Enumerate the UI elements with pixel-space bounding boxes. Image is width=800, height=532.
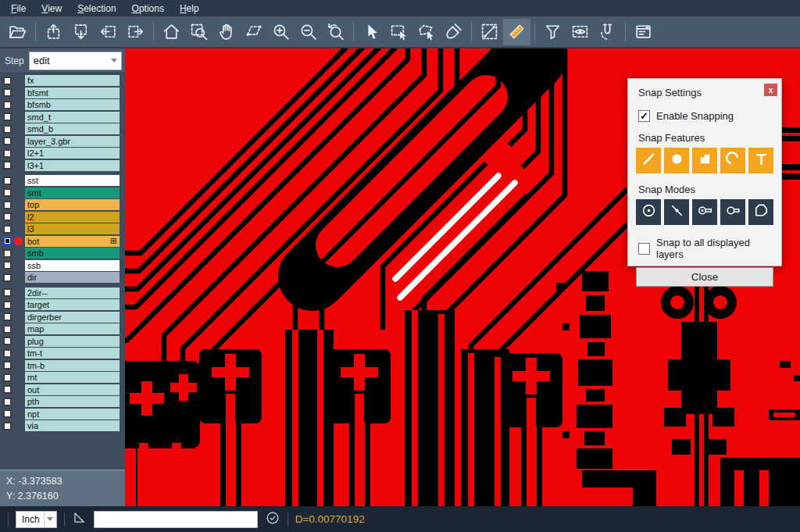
layer-checkbox[interactable] [3,249,12,258]
angle-icon[interactable] [72,510,87,528]
layer-row-via[interactable]: via [0,420,125,431]
layer-label[interactable]: map [25,323,120,334]
snap-button[interactable] [594,19,621,45]
layer-label[interactable]: l2 [25,212,120,223]
menu-view[interactable]: View [34,1,70,16]
view-options-button[interactable] [566,19,594,45]
layer-row-layer_3.gbr[interactable]: layer_3.gbr [0,136,125,147]
layer-label[interactable]: pth [25,396,120,407]
brush-button[interactable] [440,19,467,45]
layer-row-bfsmb[interactable]: bfsmb [0,99,125,110]
layer-label[interactable]: l2+1 [25,148,120,159]
zoom-polygon-button[interactable] [240,19,267,45]
layer-row-smd_t[interactable]: smd_t [0,112,125,123]
layer-checkbox[interactable] [3,212,12,221]
command-input[interactable] [94,511,258,528]
snap-all-layers-checkbox[interactable] [638,243,650,255]
unit-select[interactable]: Inch [16,511,57,528]
grid-icon[interactable]: ⊞ [110,237,117,245]
layer-label[interactable]: tm-t [25,348,120,359]
layer-label[interactable]: dirgerber [25,312,120,323]
layer-label[interactable]: layer_3.gbr [25,136,120,147]
select-rectangle-button[interactable] [385,19,412,45]
pan-right-button[interactable] [122,19,149,45]
layer-row-dir[interactable]: dir [0,272,125,283]
layer-label[interactable]: bfsmb [25,99,120,110]
layer-label[interactable]: top [25,199,120,210]
layer-label[interactable]: smt [25,187,120,198]
layer-checkbox[interactable] [3,188,12,197]
layer-label[interactable]: npt [25,409,120,420]
layer-row-2dir--[interactable]: 2dir-- [0,287,125,298]
layer-row-bfsmt[interactable]: bfsmt [0,87,125,98]
enable-snapping-row[interactable]: ✓ Enable Snapping [638,110,771,122]
layer-label[interactable]: sst [25,175,120,186]
pan-left-button[interactable] [95,19,122,45]
menu-options[interactable]: Options [124,1,172,16]
layer-checkbox[interactable] [3,312,12,321]
ruler-button[interactable] [503,19,530,45]
layer-checkbox[interactable] [3,112,12,121]
layer-checkbox[interactable] [3,398,12,406]
layer-label[interactable]: 2dir-- [25,287,120,298]
layer-row-bot[interactable]: bot⊞ [0,236,125,247]
layer-checkbox[interactable] [3,422,12,430]
layer-checkbox[interactable] [3,77,12,85]
pan-down-button[interactable] [67,19,95,45]
layer-label[interactable]: smd_b [25,123,120,134]
layer-row-smd_b[interactable]: smd_b [0,123,125,134]
zoom-window-button[interactable] [185,19,212,45]
layer-label[interactable]: smd_t [25,112,120,123]
home-button[interactable] [158,19,185,45]
snap-text-button[interactable] [748,148,773,173]
menu-selection[interactable]: Selection [70,1,123,16]
layer-checkbox[interactable] [3,361,12,370]
layer-checkbox[interactable] [3,349,12,358]
layer-row-npt[interactable]: npt [0,409,125,420]
layer-checkbox[interactable] [3,337,12,345]
layer-row-target[interactable]: target [0,299,125,310]
layer-label[interactable]: smb [25,248,120,259]
layer-checkbox[interactable] [3,409,12,418]
layer-label[interactable]: bfsmt [25,87,120,98]
pan-hand-button[interactable] [212,19,240,45]
zoom-out-button[interactable] [295,19,322,45]
layer-label[interactable]: via [25,420,120,431]
layer-label[interactable]: plug [25,336,120,347]
snap-circle-button[interactable] [664,148,689,173]
layer-row-sst[interactable]: sst [0,175,125,186]
menu-file[interactable]: File [3,1,34,16]
mode-midpoint-button[interactable] [664,199,689,225]
pan-up-button[interactable] [40,19,67,45]
snap-all-layers-row[interactable]: Snap to all displayed layers [638,237,771,260]
select-button[interactable] [358,19,385,45]
layer-row-top[interactable]: top [0,199,125,210]
snap-arc-button[interactable] [720,148,745,173]
layer-label[interactable]: ssb [25,260,120,271]
dialog-titlebar[interactable]: Snap Settings x [628,79,781,98]
zoom-in-button[interactable] [267,19,295,45]
layer-label[interactable]: dir [25,272,120,283]
layer-checkbox[interactable] [3,149,12,158]
mode-pad-origin-button[interactable] [692,199,717,225]
layer-row-out[interactable]: out [0,384,125,395]
layer-checkbox[interactable] [3,273,12,282]
layer-row-l2+1[interactable]: l2+1 [0,148,125,159]
layer-label[interactable]: out [25,384,120,395]
menu-help[interactable]: Help [172,1,207,16]
layer-row-mt[interactable]: mt [0,372,125,383]
layer-row-map[interactable]: map [0,323,125,334]
layer-row-l3[interactable]: l3 [0,223,125,234]
layer-label[interactable]: mt [25,372,120,383]
layer-checkbox[interactable] [3,201,12,209]
layer-row-smt[interactable]: smt [0,187,125,198]
measure-button[interactable] [476,19,503,45]
layer-row-fx[interactable]: fx [0,75,125,86]
layer-checkbox[interactable] [3,137,12,145]
layer-row-l3+1[interactable]: l3+1 [0,160,125,171]
layer-checkbox[interactable] [3,385,12,394]
close-button[interactable]: Close [636,267,773,287]
layer-checkbox[interactable] [3,177,12,185]
layer-label[interactable]: target [25,299,120,310]
layer-checkbox[interactable] [3,125,12,134]
